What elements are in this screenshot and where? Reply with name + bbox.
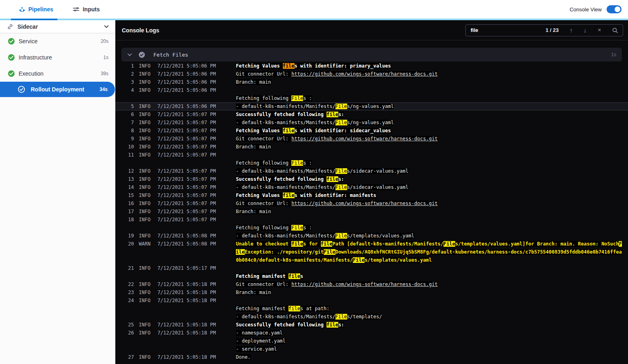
log-row[interactable]: Fetching manifest files at path: <box>115 305 628 313</box>
log-timestamp: 7/12/2021 5:05:07 PM <box>157 167 236 175</box>
tab-inputs[interactable]: Inputs <box>73 6 100 13</box>
log-row[interactable]: 7INFO7/12/2021 5:05:07 PM- default-k8s-m… <box>115 119 628 127</box>
log-text: Branch: main <box>236 209 271 214</box>
log-text: Done. <box>236 354 250 360</box>
log-row[interactable]: - service.yaml <box>115 345 628 353</box>
log-row[interactable]: 11INFO7/12/2021 5:05:07 PM <box>115 151 628 159</box>
log-row[interactable]: Fetching following Files : <box>115 159 628 167</box>
log-row[interactable]: 24INFO7/12/2021 5:05:18 PM <box>115 296 628 305</box>
log-row[interactable]: 3INFO7/12/2021 5:05:06 PMBranch: main <box>115 78 628 86</box>
log-text: s : <box>303 160 312 166</box>
log-row[interactable]: 20WARN7/12/2021 5:05:08 PMUnable to chec… <box>115 240 628 248</box>
log-row[interactable]: 9INFO7/12/2021 5:05:07 PMGit connector U… <box>115 135 628 143</box>
tab-inputs-label: Inputs <box>83 6 100 13</box>
log-text: s: <box>338 112 344 117</box>
log-row[interactable]: 14INFO7/12/2021 5:05:07 PM- default-k8s-… <box>115 183 628 191</box>
log-row[interactable]: 12INFO7/12/2021 5:05:07 PM- default-k8s-… <box>115 167 628 175</box>
log-row[interactable]: 17INFO7/12/2021 5:05:07 PMBranch: main <box>115 207 628 216</box>
log-level: INFO <box>139 167 157 175</box>
log-text: 0b084c0/default-k8s-manifests/Manifests/ <box>236 257 353 263</box>
log-message: Branch: main <box>236 207 628 216</box>
log-line-number: 23 <box>122 288 134 296</box>
log-row[interactable]: Fetching following Files : <box>115 224 628 232</box>
log-line-number: 20 <box>122 240 134 248</box>
log-row[interactable]: 21INFO7/12/2021 5:05:17 PM <box>115 264 628 272</box>
collapse-chevron-icon[interactable] <box>127 53 132 56</box>
log-text: Git connector Url: <box>236 281 291 287</box>
log-row[interactable]: 26INFO7/12/2021 5:05:18 PM- namespace.ya… <box>115 329 628 337</box>
stage-item-infrastructure[interactable]: Infrastructure1s <box>0 49 115 66</box>
previous-match-icon[interactable]: ↑ <box>570 27 573 33</box>
log-row[interactable]: Fetching following Files : <box>115 94 628 102</box>
log-text: s <box>300 273 303 279</box>
clear-search-icon[interactable]: ✕ <box>598 28 601 32</box>
log-line-number <box>122 337 134 345</box>
log-message: - default-k8s-manifests/Manifests/Files/… <box>236 313 628 321</box>
next-match-icon[interactable]: ↓ <box>583 27 587 33</box>
log-row[interactable]: 2INFO7/12/2021 5:05:06 PMGit connector U… <box>115 70 628 78</box>
log-row[interactable]: 15INFO7/12/2021 5:05:07 PMFetching Value… <box>115 191 628 199</box>
log-message: - default-k8s-manifests/Manifests/Files/… <box>236 183 628 191</box>
log-row[interactable]: 6INFO7/12/2021 5:05:07 PMSuccessfully fe… <box>115 110 628 119</box>
log-message: Successfully fetched following files: <box>236 175 628 183</box>
log-row[interactable]: 18INFO7/12/2021 5:05:07 PM <box>115 216 628 224</box>
log-timestamp: 7/12/2021 5:05:07 PM <box>157 216 236 224</box>
console-view-label: Console View <box>570 6 602 13</box>
log-row[interactable]: 8INFO7/12/2021 5:05:07 PMFetching Values… <box>115 127 628 135</box>
log-row[interactable]: - default-k8s-manifests/Manifests/Files/… <box>115 313 628 321</box>
stage-item-service[interactable]: Service20s <box>0 33 115 49</box>
chevron-down-icon[interactable] <box>104 25 109 28</box>
log-timestamp <box>157 94 236 102</box>
console-view-toggle[interactable] <box>607 5 622 13</box>
log-row[interactable]: Fetching manifest files <box>115 272 628 280</box>
log-section-header[interactable]: Fetch Files 1s <box>121 48 622 61</box>
log-row[interactable]: 13INFO7/12/2021 5:05:07 PMSuccessfully f… <box>115 175 628 183</box>
log-message <box>236 86 628 94</box>
log-row[interactable]: 10INFO7/12/2021 5:05:07 PMBranch: main <box>115 143 628 151</box>
log-row[interactable]: 27INFO7/12/2021 5:05:18 PMDone. <box>115 353 628 361</box>
search-icon[interactable] <box>612 28 618 33</box>
log-level: INFO <box>139 353 157 361</box>
log-row[interactable]: 0b084c0/default-k8s-manifests/Manifests/… <box>115 256 628 264</box>
log-message: - default-k8s-manifests/Manifests/Files/… <box>236 119 628 127</box>
log-row[interactable]: 1INFO7/12/2021 5:05:06 PMFetching Values… <box>115 62 628 70</box>
log-link[interactable]: https://github.com/wings-software/harnes… <box>291 136 437 142</box>
log-level: INFO <box>139 78 157 86</box>
log-row[interactable]: ileException: ./repository/gitFileDownlo… <box>115 248 628 256</box>
active-tab-underline <box>11 19 57 20</box>
log-level <box>139 272 157 280</box>
tab-pipelines[interactable]: Pipelines <box>19 6 53 13</box>
log-level: INFO <box>139 321 157 329</box>
stage-name: Sidecar <box>17 23 38 30</box>
log-row[interactable]: 25INFO7/12/2021 5:05:18 PMSuccessfully f… <box>115 321 628 329</box>
log-row[interactable]: 22INFO7/12/2021 5:05:18 PMGit connector … <box>115 280 628 288</box>
log-row[interactable]: 16INFO7/12/2021 5:05:07 PMGit connector … <box>115 199 628 207</box>
log-text: Fetching manifest <box>236 273 289 279</box>
log-timestamp <box>157 248 236 256</box>
stage-item-execution[interactable]: Execution39s <box>0 66 115 82</box>
log-timestamp <box>157 337 236 345</box>
log-timestamp: 7/12/2021 5:05:06 PM <box>157 86 236 94</box>
log-text: Successfully fetched following <box>236 112 327 117</box>
log-message: Successfully fetched following files: <box>236 110 628 119</box>
log-level <box>139 305 157 313</box>
log-link[interactable]: https://github.com/wings-software/harnes… <box>291 281 437 287</box>
stage-selector[interactable]: Sidecar <box>0 20 115 33</box>
log-row[interactable]: 5INFO7/12/2021 5:05:06 PM- default-k8s-m… <box>115 102 628 110</box>
log-line-number: 8 <box>122 127 134 135</box>
stage-label: Rollout Deployment <box>31 86 84 93</box>
log-link[interactable]: https://github.com/wings-software/harnes… <box>291 71 437 77</box>
search-input[interactable] <box>471 27 531 33</box>
log-timestamp: 7/12/2021 5:05:06 PM <box>157 70 236 78</box>
log-text: Successfully fetched following <box>236 322 327 328</box>
step-item-rollout-deployment[interactable]: Rollout Deployment34s <box>0 82 115 97</box>
top-tabs: Pipelines Inputs <box>19 0 100 19</box>
log-link[interactable]: https://github.com/wings-software/harnes… <box>291 201 437 206</box>
log-row[interactable]: - deployment.yaml <box>115 337 628 345</box>
log-row[interactable]: 4INFO7/12/2021 5:05:06 PM <box>115 86 628 94</box>
log-row[interactable]: 19INFO7/12/2021 5:05:08 PM- default-k8s-… <box>115 232 628 240</box>
log-row[interactable]: 23INFO7/12/2021 5:05:18 PMBranch: main <box>115 288 628 296</box>
log-search-box[interactable]: 1 / 23 ↑ ↓ ✕ <box>465 24 623 36</box>
search-highlight: File <box>335 314 347 320</box>
log-timestamp: 7/12/2021 5:05:07 PM <box>157 207 236 216</box>
